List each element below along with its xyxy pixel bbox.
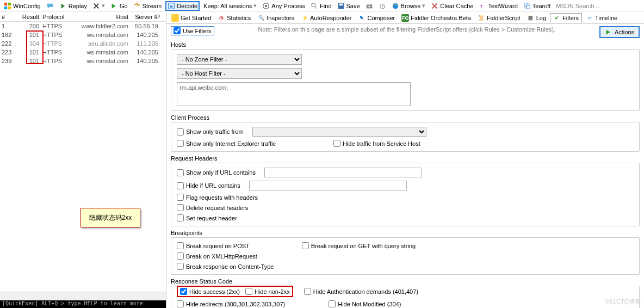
x-icon (92, 2, 100, 10)
filters-note: Note: Filters on this page are a simple … (221, 26, 593, 33)
decode-button[interactable]: ⎈Decode (165, 1, 200, 11)
col-num[interactable]: # (0, 14, 20, 20)
tab-autoresponder[interactable]: ⚡AutoResponder (298, 14, 354, 22)
browse-button[interactable]: Browse ▾ (390, 2, 428, 10)
tab-orchestra[interactable]: FOFiddler Orchestra Beta (399, 14, 474, 22)
session-row[interactable]: 222304HTTPSaeu.alicdn.com111.206. (0, 39, 166, 48)
stream-icon (133, 2, 141, 10)
stream-button[interactable]: Stream (132, 2, 163, 10)
hide-304-checkbox[interactable]: Hide Not Modified (304) (329, 300, 401, 307)
search-box[interactable]: MSDN Search... (554, 2, 600, 10)
show-only-traffic-checkbox[interactable]: Show only traffic from (177, 128, 244, 135)
replay-icon (59, 2, 67, 10)
hosts-textarea[interactable]: rm.api.weibo.com; (177, 82, 411, 106)
col-host[interactable]: Host (73, 14, 132, 20)
hosts-group: - No Zone Filter - - No Host Filter - rm… (171, 49, 640, 111)
request-headers-group: Show only if URL contains Hide if URL co… (171, 163, 640, 226)
col-protocol[interactable]: Protocol (42, 14, 73, 20)
callout-note: 隐藏状态码2xx (81, 208, 140, 227)
any-process-button[interactable]: Any Process (261, 2, 307, 10)
break-post-checkbox[interactable]: Break request on POST (177, 242, 250, 249)
svg-rect-1 (8, 2, 11, 5)
break-get-qs-checkbox[interactable]: Break request on GET with query string (302, 242, 416, 249)
watermark: ©51CTO博客 (605, 298, 641, 306)
sessions-panel: # Result Protocol Host Server IP 1200HTT… (0, 12, 166, 308)
main-toolbar: WinConfig Replay ▾ Go Stream ⎈Decode Kee… (0, 0, 644, 12)
clock-icon (379, 2, 386, 10)
client-process-label: Client Process (171, 114, 640, 121)
svg-text:T: T (480, 3, 483, 9)
col-ip[interactable]: Server IP (132, 14, 163, 20)
right-panel: ⚡Get Started ◔Statistics 🔍Inspectors ⚡Au… (166, 12, 644, 308)
breakpoints-label: Breakpoints (171, 230, 640, 236)
sessions-body[interactable]: 1200HTTPSwww.fiddler2.com50.56.19. 18210… (0, 22, 166, 292)
hide-redirects-checkbox[interactable]: Hide redirects (300,301,302,303,307) (177, 300, 285, 307)
go-icon (110, 2, 118, 10)
ie-icon (392, 2, 399, 10)
hide-success-checkbox[interactable]: Hide success (2xx) (180, 288, 240, 295)
find-button[interactable]: Find (309, 2, 333, 10)
replay-button[interactable]: Replay (58, 2, 89, 10)
quickexec-bar[interactable]: [QuickExec] ALT+Q > type HELP to learn m… (0, 300, 166, 308)
run-icon (605, 28, 612, 36)
host-filter-select[interactable]: - No Host Filter - (177, 68, 302, 79)
hide-if-url-checkbox[interactable]: Hide if URL contains (177, 182, 240, 189)
svg-rect-17 (526, 5, 530, 9)
zone-filter-select[interactable]: - No Zone Filter - (177, 54, 302, 65)
col-result[interactable]: Result (20, 14, 42, 20)
show-if-url-checkbox[interactable]: Show only if URL contains (177, 169, 256, 176)
tab-composer[interactable]: ✎Composer (355, 14, 398, 22)
winconfig-button[interactable]: WinConfig (2, 2, 42, 10)
process-select[interactable] (252, 127, 426, 137)
h-scrollbar[interactable] (0, 292, 166, 300)
flag-headers-checkbox[interactable]: Flag requests with headers (177, 194, 258, 201)
windows-icon (4, 2, 11, 10)
svg-rect-10 (339, 3, 343, 5)
textwizard-icon: T (479, 2, 486, 10)
tab-filters[interactable]: ✔Filters (550, 13, 582, 23)
go-button[interactable]: Go (109, 2, 129, 10)
show-if-url-input[interactable] (264, 168, 422, 177)
session-row[interactable]: 182101HTTPSws.mmstat.com140.205. (0, 30, 166, 39)
session-row[interactable]: 239101HTTPSws.mmstat.com140.205. (0, 57, 166, 65)
svg-point-12 (368, 5, 370, 8)
session-row[interactable]: 223101HTTPSws.mmstat.com140.205. (0, 48, 166, 57)
delete-headers-checkbox[interactable]: Delete request headers (177, 204, 248, 211)
svg-rect-0 (4, 2, 7, 5)
bubble-icon (46, 2, 54, 10)
hide-service-host-checkbox[interactable]: Hide traffic from Service Host (333, 140, 420, 147)
tab-inspectors[interactable]: 🔍Inspectors (255, 14, 297, 22)
timer-button[interactable] (377, 2, 388, 10)
textwizard-button[interactable]: TTextWizard (477, 2, 519, 10)
comment-button[interactable] (45, 2, 55, 10)
break-xhr-checkbox[interactable]: Break on XMLHttpRequest (177, 252, 257, 260)
break-ct-checkbox[interactable]: Break response on Content-Type (177, 263, 274, 270)
keep-button[interactable]: Keep: All sessions ▾ (202, 2, 258, 10)
clear-cache-button[interactable]: Clear Cache (429, 2, 475, 10)
save-button[interactable]: Save (336, 2, 362, 10)
tab-get-started[interactable]: ⚡Get Started (169, 14, 214, 22)
hide-non2xx-checkbox[interactable]: Hide non-2xx (245, 288, 290, 295)
tab-log[interactable]: ▤Log (524, 14, 549, 22)
svg-rect-2 (4, 6, 7, 9)
use-filters-checkbox[interactable]: Use Filters (171, 26, 214, 35)
inspector-tabs: ⚡Get Started ◔Statistics 🔍Inspectors ⚡Au… (166, 12, 644, 24)
remove-button[interactable]: ▾ (91, 2, 107, 10)
hide-if-url-input[interactable] (249, 181, 407, 190)
hide-auth-checkbox[interactable]: Hide Authentication demands (401,407) (304, 288, 418, 295)
actions-button[interactable]: Actions (599, 26, 640, 38)
svg-rect-3 (8, 6, 11, 9)
filters-pane: Use Filters Note: Filters on this page a… (166, 24, 644, 308)
camera-icon (366, 2, 373, 10)
clear-icon (431, 2, 438, 10)
tab-statistics[interactable]: ◔Statistics (215, 14, 253, 22)
svg-point-8 (312, 3, 315, 7)
set-header-checkbox[interactable]: Set request header (177, 214, 237, 221)
session-row[interactable]: 1200HTTPSwww.fiddler2.com50.56.19. (0, 22, 166, 30)
tearoff-button[interactable]: Tearoff (522, 2, 552, 10)
camera-button[interactable] (364, 2, 375, 10)
target-icon (262, 2, 270, 10)
show-only-ie-checkbox[interactable]: Show only Internet Explorer traffic (177, 140, 276, 147)
tab-fiddlerscript[interactable]: 📜FiddlerScript (475, 14, 523, 22)
tab-timeline[interactable]: ═Timeline (583, 14, 620, 22)
